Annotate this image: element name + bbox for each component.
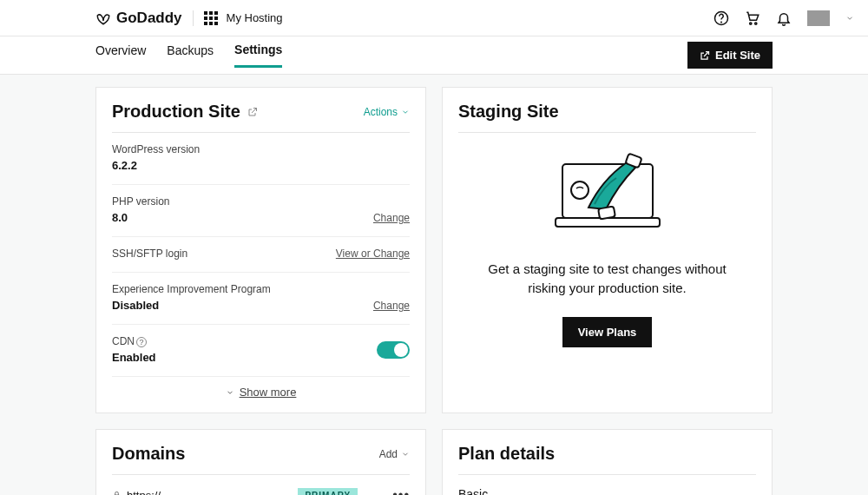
ssh-label: SSH/SFTP login xyxy=(112,248,336,260)
external-link-icon xyxy=(700,50,710,61)
account-chevron-icon[interactable] xyxy=(845,14,854,23)
actions-label: Actions xyxy=(364,106,398,118)
plan-details-card: Plan details Basic xyxy=(442,429,773,495)
tabbar: Overview Backups Settings Edit Site xyxy=(0,36,868,75)
chevron-down-icon xyxy=(401,450,410,459)
avatar[interactable] xyxy=(807,10,830,26)
show-more-link[interactable]: Show more xyxy=(112,377,410,399)
tab-settings[interactable]: Settings xyxy=(234,43,282,68)
tab-backups[interactable]: Backups xyxy=(167,43,214,68)
svg-point-6 xyxy=(571,182,589,199)
domain-url[interactable]: https:// xyxy=(127,489,161,496)
view-plans-button[interactable]: View Plans xyxy=(562,317,653,347)
cart-icon[interactable] xyxy=(745,10,760,26)
edit-site-button[interactable]: Edit Site xyxy=(687,42,773,69)
tab-overview[interactable]: Overview xyxy=(95,43,146,68)
add-domain-button[interactable]: Add xyxy=(379,448,410,460)
chevron-down-icon xyxy=(401,108,410,116)
bell-icon[interactable] xyxy=(776,10,792,26)
apps-grid-icon[interactable] xyxy=(204,11,218,25)
staging-description: Get a staging site to test changes witho… xyxy=(484,260,730,298)
godaddy-logo-icon xyxy=(95,10,111,26)
topbar: GoDaddy My Hosting xyxy=(0,0,868,36)
wp-version-label: WordPress version xyxy=(112,143,410,155)
wp-version-value: 6.2.2 xyxy=(112,159,410,172)
svg-point-2 xyxy=(750,22,752,23)
brand-logo[interactable]: GoDaddy xyxy=(95,10,182,27)
svg-rect-5 xyxy=(556,218,660,227)
plan-title-row: Plan details xyxy=(458,444,756,475)
actions-dropdown[interactable]: Actions xyxy=(364,106,410,118)
php-version-value: 8.0 xyxy=(112,211,373,224)
experience-value: Disabled xyxy=(112,299,373,312)
staging-title-row: Staging Site xyxy=(458,102,756,133)
php-version-label: PHP version xyxy=(112,195,373,208)
help-icon[interactable]: ? xyxy=(136,337,147,347)
brand-text: GoDaddy xyxy=(116,10,182,27)
production-title-row: Production Site Actions xyxy=(112,102,410,133)
experience-label: Experience Improvement Program xyxy=(112,283,373,295)
breadcrumb-my-hosting[interactable]: My Hosting xyxy=(227,11,283,24)
domains-title: Domains xyxy=(112,444,185,464)
php-version-row: PHP version 8.0 Change xyxy=(112,185,410,237)
production-title: Production Site xyxy=(112,102,240,122)
help-icon[interactable] xyxy=(713,10,729,26)
edit-site-label: Edit Site xyxy=(715,49,760,62)
cdn-row: CDN? Enabled xyxy=(112,325,410,377)
cdn-value: Enabled xyxy=(112,351,377,364)
ssh-row: SSH/SFTP login View or Change xyxy=(112,237,410,273)
experience-change-link[interactable]: Change xyxy=(373,300,410,312)
content: Production Site Actions WordPress versio… xyxy=(0,75,868,495)
domains-title-row: Domains Add xyxy=(112,444,410,475)
cdn-label: CDN? xyxy=(112,335,377,347)
staging-site-card: Staging Site Get a staging site to test … xyxy=(442,87,773,413)
staging-illustration xyxy=(547,147,668,234)
primary-badge: PRIMARY xyxy=(298,488,358,496)
svg-rect-8 xyxy=(598,207,615,220)
cdn-toggle[interactable] xyxy=(377,341,410,359)
lock-icon xyxy=(112,490,122,496)
svg-point-1 xyxy=(721,22,722,23)
chevron-down-icon xyxy=(226,388,234,397)
php-change-link[interactable]: Change xyxy=(373,212,410,224)
svg-point-3 xyxy=(755,22,757,23)
domain-kebab-icon[interactable]: ••• xyxy=(392,487,410,495)
domain-row: https:// PRIMARY ••• xyxy=(112,475,410,495)
production-site-card: Production Site Actions WordPress versio… xyxy=(95,87,426,413)
plan-value: Basic xyxy=(458,475,756,495)
staging-title: Staging Site xyxy=(458,102,559,122)
ssh-view-change-link[interactable]: View or Change xyxy=(336,248,410,260)
domains-card: Domains Add https:// PRIMARY ••• xyxy=(95,429,426,495)
divider xyxy=(193,10,194,26)
experience-row: Experience Improvement Program Disabled … xyxy=(112,273,410,325)
external-link-icon[interactable] xyxy=(247,107,258,117)
wp-version-row: WordPress version 6.2.2 xyxy=(112,133,410,185)
topbar-right xyxy=(713,10,854,26)
plan-title: Plan details xyxy=(458,444,555,464)
